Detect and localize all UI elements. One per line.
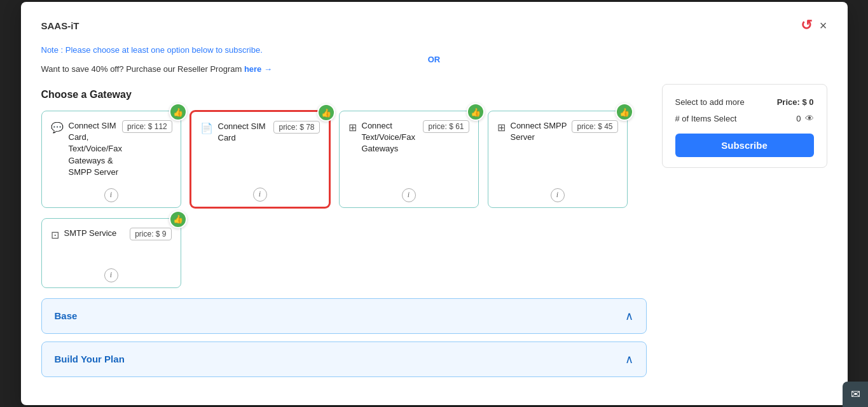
accordion-build-label: Build Your Plan [55,354,125,364]
card-title-2: Connect Text/Voice/Fax Gateways [362,120,424,155]
gateway-cards-row2: 👍 ⊡ SMTP Service price: $ 9 i [41,218,647,288]
select-more-label: Select to add more [675,97,745,107]
items-count: 0 [796,114,801,123]
card-icon-0: 💬 [51,121,64,134]
mail-icon-bar[interactable]: ✉ [843,382,868,407]
gateway-cards-row1: 👍 💬 Connect SIM Card, Text/Voice/Fax Gat… [41,111,647,208]
modal-title: SAAS-iT [41,20,79,31]
info-button-0[interactable]: i [104,188,118,202]
card-top-1: 📄 Connect SIM Card price: $ 78 [200,121,320,144]
modal-header: SAAS-iT ↺ × [41,17,827,34]
card-price-0: price: $ 112 [122,120,172,133]
card-price-2: price: $ 61 [423,120,469,133]
card-title-3: Connect SMPP Server [511,120,572,143]
thumb-button-1[interactable]: 👍 [317,104,335,121]
left-content: Choose a Gateway 👍 💬 Connect SIM Card, T… [41,84,647,385]
accordion-base-header[interactable]: Base ∧ [42,299,646,333]
card-icon-1: 📄 [200,122,213,134]
gateway-card-0[interactable]: 👍 💬 Connect SIM Card, Text/Voice/Fax Gat… [41,111,181,208]
right-panel-items-row: # of Items Select 0 👁 [675,113,814,123]
card-title-smtp: SMTP Service [64,228,117,239]
card-top-smtp: ⊡ SMTP Service price: $ 9 [51,228,172,241]
gateway-card-2[interactable]: 👍 ⊞ Connect Text/Voice/Fax Gateways pric… [339,111,479,208]
accordion-base-chevron: ∧ [625,309,633,323]
card-price-smtp: price: $ 9 [130,228,171,240]
card-price-3: price: $ 45 [572,120,617,133]
info-button-2[interactable]: i [402,188,416,202]
accordion-base-label: Base [55,310,78,321]
right-panel-select-row: Select to add more Price: $ 0 [675,97,814,107]
note-line1: Note : Please choose at least one option… [41,45,827,55]
accordion-build: Build Your Plan ∧ [41,341,647,377]
note-or: OR [41,55,827,64]
card-icon-2: ⊞ [348,121,357,134]
card-top-3: ⊞ Connect SMPP Server price: $ 45 [497,120,618,143]
mail-icon: ✉ [851,387,860,401]
note-section: Note : Please choose at least one option… [41,45,827,74]
accordion-base: Base ∧ [41,298,647,334]
header-right: ↺ × [801,17,827,34]
gateway-card-smtp[interactable]: 👍 ⊡ SMTP Service price: $ 9 i [41,218,181,288]
modal-overlay: SAAS-iT ↺ × Note : Please choose at leas… [0,0,868,407]
info-button-3[interactable]: i [551,188,565,202]
thumb-button-0[interactable]: 👍 [169,103,187,121]
info-button-smtp[interactable]: i [104,268,118,282]
card-title-1: Connect SIM Card [218,121,274,144]
card-icon-3: ⊞ [497,121,506,134]
gateway-section-title: Choose a Gateway [41,89,647,100]
thumb-button-smtp[interactable]: 👍 [169,210,187,228]
main-content: Choose a Gateway 👍 💬 Connect SIM Card, T… [41,84,827,385]
close-button[interactable]: × [820,19,827,32]
gateway-card-1[interactable]: 👍 📄 Connect SIM Card price: $ 78 i [190,111,330,208]
accordion-build-chevron: ∧ [625,352,633,366]
subscribe-button[interactable]: Subscribe [675,134,814,157]
thumb-button-3[interactable]: 👍 [616,103,633,121]
price-value: Price: $ 0 [777,97,814,107]
thumb-button-2[interactable]: 👍 [467,103,485,121]
card-title-0: Connect SIM Card, Text/Voice/Fax Gateway… [69,120,123,178]
saas-logo-icon: ↺ [801,17,812,34]
accordion-section: Base ∧ Build Your Plan ∧ [41,298,647,377]
card-icon-smtp: ⊡ [51,229,59,241]
reseller-line: Want to save 40% off? Purchase our Resel… [41,64,827,74]
right-panel: Select to add more Price: $ 0 # of Items… [662,84,827,168]
card-top-0: 💬 Connect SIM Card, Text/Voice/Fax Gatew… [51,120,172,178]
gateway-card-3[interactable]: 👍 ⊞ Connect SMPP Server price: $ 45 i [488,111,628,208]
info-button-1[interactable]: i [253,188,267,202]
modal-title-area: SAAS-iT [41,20,79,31]
modal-container: SAAS-iT ↺ × Note : Please choose at leas… [21,2,848,405]
items-select-label: # of Items Select [675,114,737,123]
card-price-1: price: $ 78 [273,121,319,134]
eye-icon: 👁 [805,113,814,123]
accordion-build-header[interactable]: Build Your Plan ∧ [42,342,646,376]
card-top-2: ⊞ Connect Text/Voice/Fax Gateways price:… [348,120,469,155]
reseller-link[interactable]: here → [244,64,272,74]
